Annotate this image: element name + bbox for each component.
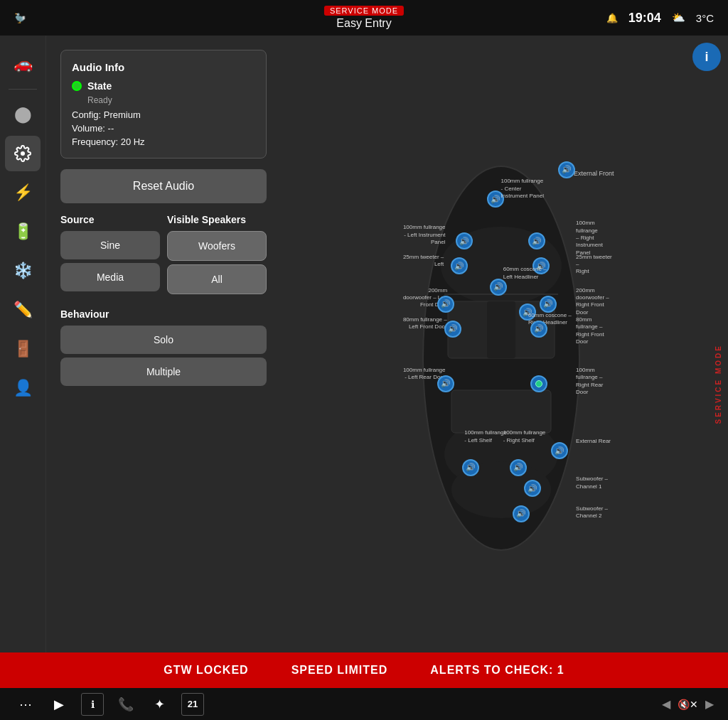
speakers-all-button[interactable]: All — [167, 264, 267, 294]
temp-display: 3°C — [696, 12, 714, 24]
label-sub-ch1: Subwoofer –Channel 1 — [576, 475, 608, 490]
right-panel: i SERVICE MODE — [281, 36, 728, 652]
behaviour-solo-button[interactable]: Solo — [60, 326, 267, 354]
bottom-status-bar: GTW LOCKED SPEED LIMITED ALERTS TO CHECK… — [0, 652, 728, 688]
label-fullrange-left-fd: 80mm fullrange –Left Front Door — [403, 316, 447, 331]
visible-speakers-section: Visible Speakers Woofers All — [167, 214, 267, 298]
state-label: State — [87, 80, 112, 92]
taskbar-media-icon[interactable]: ▶ — [48, 693, 70, 716]
speaker-doorwoofer-left[interactable]: 🔊 — [437, 296, 454, 313]
label-center-ip: 100mm fullrange- CenterInstrument Panel — [501, 178, 544, 200]
svg-rect-8 — [487, 301, 515, 358]
svg-point-0 — [21, 151, 25, 156]
sidebar-item-person[interactable]: 👤 — [5, 370, 41, 406]
label-left-shelf: 100mm fullrange- Left Shelf — [464, 429, 507, 444]
sidebar-item-pen[interactable]: ✏️ — [5, 292, 41, 328]
taskbar-info-icon[interactable]: ℹ — [81, 693, 104, 716]
speaker-external-front[interactable]: 🔊 — [558, 161, 575, 178]
speakers-woofers-button[interactable]: Woofers — [167, 231, 267, 261]
speaker-right-ip[interactable]: 🔊 — [528, 232, 545, 249]
speaker-right-rear-door[interactable] — [530, 375, 547, 392]
status-bar: 🦤 SERVICE MODE Easy Entry 🔔 19:04 ⛅ 3°C — [0, 0, 728, 36]
visible-speakers-label: Visible Speakers — [167, 214, 267, 225]
speaker-external-rear[interactable]: 🔊 — [551, 442, 568, 459]
state-value: Ready — [87, 95, 255, 105]
label-sub-ch2: Subwoofer –Channel 2 — [576, 505, 608, 520]
car-diagram: External Front 🔊 🔊 100mm fullrange- Cent… — [316, 78, 685, 638]
sidebar-item-settings[interactable] — [5, 136, 41, 171]
sidebar-item-steering[interactable]: ⬤ — [5, 97, 41, 132]
speaker-left-ip[interactable]: 🔊 — [456, 232, 473, 249]
speaker-sub-ch2[interactable]: 🔊 — [513, 505, 530, 522]
taskbar-phone-icon[interactable]: 📞 — [114, 693, 137, 716]
speaker-doorwoofer-right[interactable]: 🔊 — [540, 296, 557, 313]
sidebar-divider — [9, 89, 37, 90]
weather-icon: ⛅ — [672, 11, 685, 24]
sidebar-item-lightning[interactable]: ⚡ — [5, 175, 41, 210]
taskbar-back-arrow[interactable]: ◀ — [662, 697, 670, 711]
notification-icon: 🔔 — [606, 13, 618, 23]
label-left-ip: 100mm fullrange- Left InstrumentPanel — [403, 224, 446, 246]
label-tweeter-right: 25mm tweeter –Right — [576, 254, 614, 276]
frequency-row: Frequency: 20 Hz — [72, 136, 255, 147]
source-sine-button[interactable]: Sine — [60, 231, 160, 259]
bottom-alerts: ALERTS TO CHECK: 1 — [430, 664, 564, 677]
time-display: 19:04 — [628, 11, 661, 26]
label-external-rear: External Rear — [576, 438, 611, 445]
behaviour-multiple-button[interactable]: Multiple — [60, 358, 267, 386]
speaker-left-headliner[interactable]: 🔊 — [490, 279, 507, 296]
main-content: Audio Info State Ready Config: Premium V… — [46, 36, 728, 652]
speaker-left-rear-door[interactable]: 🔊 — [437, 375, 454, 392]
label-fullrange-right-fd: 80mm fullrange –Right Front Door — [576, 316, 614, 346]
source-section: Source Sine Media — [60, 214, 160, 298]
service-mode-label: SERVICE MODE — [324, 6, 404, 16]
label-external-front: External Front — [574, 170, 614, 178]
label-right-shelf: 100mm fullrange- Right Shelf — [503, 429, 546, 444]
sidebar: 🚗 ⬤ ⚡ 🔋 ❄️ ✏️ 🚪 👤 ↩ — [0, 36, 46, 684]
sidebar-item-battery[interactable]: 🔋 — [5, 214, 41, 249]
label-left-headliner: 60mm coscone –Left Headliner — [503, 266, 547, 281]
volume-row: Volume: -- — [72, 123, 255, 134]
taskbar-forward-arrow[interactable]: ▶ — [705, 697, 714, 711]
taskbar-mute-icon[interactable]: 🔇✕ — [678, 699, 698, 710]
taskbar-menu-icon[interactable]: ⋯ — [14, 693, 37, 716]
source-label: Source — [60, 214, 160, 225]
source-speakers-section: Source Sine Media Visible Speakers Woofe… — [60, 214, 267, 298]
behaviour-label: Behaviour — [60, 308, 267, 320]
speaker-fullrange-right-fd[interactable]: 🔊 — [530, 321, 547, 338]
speaker-sub-ch1[interactable]: 🔊 — [524, 480, 541, 497]
speaker-right-shelf[interactable]: 🔊 — [510, 459, 527, 476]
sidebar-item-snowflake[interactable]: ❄️ — [5, 253, 41, 289]
easy-entry-label: Easy Entry — [336, 17, 391, 30]
taskbar: ⋯ ▶ ℹ 📞 ✦ 21 ◀ 🔇✕ ▶ — [0, 688, 728, 720]
sidebar-item-door[interactable]: 🚪 — [5, 331, 41, 367]
audio-info-box: Audio Info State Ready Config: Premium V… — [60, 50, 267, 158]
label-tweeter-left: 25mm tweeter –Left — [403, 254, 444, 269]
label-right-ip: 100mm fullrange– RightInstrument Panel — [576, 220, 614, 257]
status-bar-center: SERVICE MODE Easy Entry — [324, 0, 404, 36]
left-panel: Audio Info State Ready Config: Premium V… — [46, 36, 281, 652]
state-row: State — [72, 80, 255, 92]
bottom-speed-limited: SPEED LIMITED — [291, 664, 388, 677]
taskbar-apps-icon[interactable]: ✦ — [148, 693, 171, 716]
info-button[interactable]: i — [692, 43, 721, 71]
behaviour-section: Behaviour Solo Multiple — [60, 308, 267, 389]
label-right-rear-door: 100mm fullrange –Right Rear Door — [576, 367, 614, 397]
label-doorwoofer-right: 200mmdoorwoofer –Right Front Door — [576, 287, 614, 317]
taskbar-right: ◀ 🔇✕ ▶ — [662, 697, 714, 711]
status-bar-right: 🔔 19:04 ⛅ 3°C — [606, 11, 714, 26]
audio-info-title: Audio Info — [72, 61, 255, 73]
reset-audio-button[interactable]: Reset Audio — [60, 169, 267, 203]
camera-icon: 🦤 — [14, 13, 26, 23]
bottom-gtw-locked: GTW LOCKED — [164, 664, 248, 677]
service-mode-vertical: SERVICE MODE — [714, 344, 722, 424]
state-indicator — [72, 81, 82, 91]
speaker-fullrange-left-fd[interactable]: 🔊 — [444, 321, 461, 338]
sidebar-item-car[interactable]: 🚗 — [5, 46, 41, 82]
speaker-left-shelf[interactable]: 🔊 — [462, 459, 479, 476]
taskbar-calendar-icon[interactable]: 21 — [181, 693, 204, 716]
svg-rect-6 — [451, 390, 551, 433]
config-row: Config: Premium — [72, 109, 255, 120]
source-media-button[interactable]: Media — [60, 263, 160, 291]
